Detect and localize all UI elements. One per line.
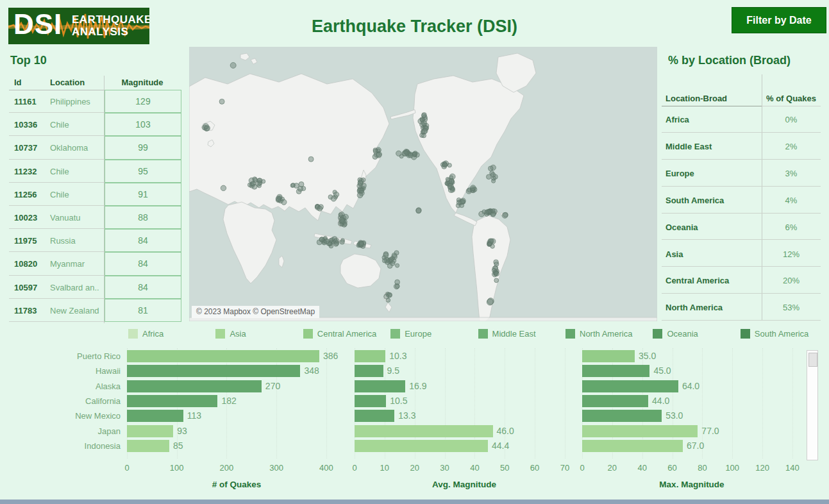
world-map[interactable] xyxy=(189,47,657,321)
legend-item-north-america[interactable]: North America xyxy=(565,328,632,339)
bar-japan[interactable] xyxy=(582,425,698,437)
scrollbar-thumb[interactable] xyxy=(808,353,817,367)
earthquake-dot[interactable] xyxy=(399,155,403,158)
earthquake-dot[interactable] xyxy=(357,192,363,198)
bar-indonesia[interactable] xyxy=(582,440,683,452)
bar-hawaii[interactable] xyxy=(127,365,300,377)
legend-item-central-america[interactable]: Central America xyxy=(303,328,376,339)
earthquake-dot[interactable] xyxy=(203,124,208,129)
table-row[interactable]: Middle East2% xyxy=(662,133,821,160)
earthquake-dot[interactable] xyxy=(281,199,287,205)
earthquake-dot[interactable] xyxy=(219,99,224,104)
bar-alaska[interactable] xyxy=(355,380,405,392)
earthquake-dot[interactable] xyxy=(339,213,342,217)
table-row[interactable]: Central America20% xyxy=(662,267,821,294)
earthquake-dot[interactable] xyxy=(488,242,492,246)
bar-california[interactable] xyxy=(582,395,648,407)
earthquake-dot[interactable] xyxy=(451,187,455,190)
earthquake-dot[interactable] xyxy=(421,121,426,126)
earthquake-dot[interactable] xyxy=(258,178,263,183)
earthquake-dot[interactable] xyxy=(491,172,496,177)
legend-item-middle-east[interactable]: Middle East xyxy=(478,328,536,339)
table-row[interactable]: 11256Chile91 xyxy=(9,183,182,206)
bar-hawaii[interactable] xyxy=(582,365,649,377)
earthquake-dot[interactable] xyxy=(423,128,428,133)
earthquake-dot[interactable] xyxy=(333,242,338,246)
bar-new-mexico[interactable] xyxy=(355,410,394,422)
bar-puerto-rico[interactable] xyxy=(127,350,319,362)
earthquake-dot[interactable] xyxy=(230,62,236,68)
earthquake-dot[interactable] xyxy=(221,185,226,190)
table-row[interactable]: 11975Russia84 xyxy=(9,229,182,252)
earthquake-dot[interactable] xyxy=(319,237,324,242)
bar-japan[interactable] xyxy=(127,425,173,437)
earthquake-dot[interactable] xyxy=(489,166,494,171)
earthquake-dot[interactable] xyxy=(376,153,381,158)
earthquake-dot[interactable] xyxy=(422,113,426,118)
earthquake-dot[interactable] xyxy=(485,210,489,214)
bar-indonesia[interactable] xyxy=(355,440,488,452)
earthquake-dot[interactable] xyxy=(408,153,413,158)
earthquake-dot[interactable] xyxy=(470,185,476,191)
table-row[interactable]: South America4% xyxy=(662,187,821,214)
earthquake-dot[interactable] xyxy=(392,253,397,258)
bar-new-mexico[interactable] xyxy=(127,410,183,422)
earthquake-dot[interactable] xyxy=(359,241,364,246)
earthquake-dot[interactable] xyxy=(396,264,399,267)
bar-alaska[interactable] xyxy=(127,380,262,392)
earthquake-dot[interactable] xyxy=(328,195,333,199)
table-row[interactable]: 10023Vanuatu88 xyxy=(9,206,182,229)
table-row[interactable]: Africa0% xyxy=(662,106,821,133)
earthquake-dot[interactable] xyxy=(456,198,461,203)
legend-item-europe[interactable]: Europe xyxy=(390,328,431,339)
earthquake-dot[interactable] xyxy=(383,253,389,258)
earthquake-dot[interactable] xyxy=(291,183,295,187)
earthquake-dot[interactable] xyxy=(384,294,389,299)
bar-indonesia[interactable] xyxy=(127,440,169,452)
earthquake-dot[interactable] xyxy=(308,156,314,162)
earthquake-dot[interactable] xyxy=(333,192,339,197)
bar-alaska[interactable] xyxy=(582,380,678,392)
earthquake-dot[interactable] xyxy=(492,179,496,183)
legend-item-oceania[interactable]: Oceania xyxy=(653,328,698,339)
earthquake-dot[interactable] xyxy=(479,211,485,217)
chart-scrollbar[interactable] xyxy=(807,350,818,460)
bar-california[interactable] xyxy=(127,395,217,407)
bar-new-mexico[interactable] xyxy=(582,410,662,422)
earthquake-dot[interactable] xyxy=(358,180,363,185)
earthquake-dot[interactable] xyxy=(395,284,399,289)
earthquake-dot[interactable] xyxy=(253,178,258,182)
legend-item-africa[interactable]: Africa xyxy=(128,328,163,339)
earthquake-dot[interactable] xyxy=(298,186,303,191)
earthquake-dot[interactable] xyxy=(403,151,408,156)
earthquake-dot[interactable] xyxy=(487,299,493,305)
legend-item-south-america[interactable]: South America xyxy=(741,328,809,339)
bar-puerto-rico[interactable] xyxy=(355,350,385,362)
earthquake-dot[interactable] xyxy=(317,206,322,211)
legend-item-asia[interactable]: Asia xyxy=(215,328,246,339)
table-row[interactable]: 10336Chile103 xyxy=(9,113,182,136)
earthquake-dot[interactable] xyxy=(324,239,330,244)
earthquake-dot[interactable] xyxy=(491,209,495,213)
earthquake-dot[interactable] xyxy=(492,268,496,272)
earthquake-dot[interactable] xyxy=(252,184,257,189)
table-row[interactable]: 10737Oklahoma99 xyxy=(9,136,182,159)
earthquake-dot[interactable] xyxy=(487,174,492,180)
table-row[interactable]: 11161Philippines129 xyxy=(9,90,182,113)
earthquake-dot[interactable] xyxy=(448,164,451,167)
earthquake-dot[interactable] xyxy=(276,196,281,201)
table-row[interactable]: 10820Myanmar84 xyxy=(9,252,182,275)
table-row[interactable]: Asia12% xyxy=(662,240,821,267)
table-row[interactable]: 11232Chile95 xyxy=(9,160,182,183)
bar-puerto-rico[interactable] xyxy=(582,350,635,362)
earthquake-dot[interactable] xyxy=(339,217,344,223)
earthquake-dot[interactable] xyxy=(502,213,508,219)
earthquake-dot[interactable] xyxy=(390,261,396,266)
earthquake-dot[interactable] xyxy=(416,208,421,214)
earthquake-dot[interactable] xyxy=(449,179,454,184)
earthquake-dot[interactable] xyxy=(382,258,387,263)
table-row[interactable]: 10597Svalbard an..84 xyxy=(9,276,182,299)
filter-by-date-button[interactable]: Filter by Date xyxy=(732,7,826,33)
bar-hawaii[interactable] xyxy=(355,365,383,377)
earthquake-dot[interactable] xyxy=(340,240,344,244)
